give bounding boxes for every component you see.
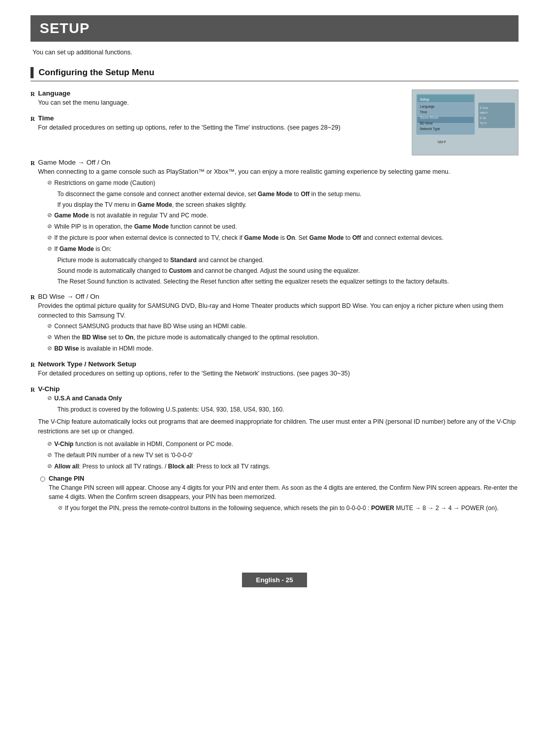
time-bullet: R [30, 114, 35, 123]
content-left: R Language You can set the menu language… [30, 89, 402, 155]
bd-note2-icon: ⊘ [47, 333, 52, 342]
bd-note1: Connect SAMSUNG products that have BD Wi… [54, 322, 518, 331]
network-desc: For detailed procedures on setting up op… [38, 369, 518, 379]
vchip-content: V-Chip ⊘ U.S.A and Canada Only This prod… [38, 385, 518, 517]
svg-text:Setup: Setup [420, 98, 429, 102]
vchip-note3: Allow all: Press to unlock all TV rating… [54, 462, 518, 471]
change-pin-note-icon: ⊘ [58, 503, 63, 513]
svg-text:Time: Time [420, 110, 428, 114]
change-pin-circle [40, 477, 45, 482]
game-mode-note2: While PIP is in operation, the Game Mode… [54, 222, 518, 231]
change-pin-desc: The Change PIN screen will appear. Choos… [49, 483, 518, 501]
svg-text:E·Zy: E·Zy [480, 116, 486, 119]
section-title: Configuring the Setup Menu [39, 68, 155, 78]
game-mode-item: R Game Mode → Off / On When connecting t… [30, 159, 518, 288]
tv-menu-image: Setup Language Time Game Mode BD Wise Ne… [412, 89, 518, 155]
game-mode-note1: Game Mode is not available in regular TV… [54, 211, 518, 220]
section-heading: Configuring the Setup Menu [30, 67, 518, 81]
game-mode-ifon-row: ⊘ If Game Mode is On: [47, 244, 518, 254]
ifon-line2: Sound mode is automatically changed to C… [57, 266, 518, 275]
bd-note2: When the BD Wise set to On, the picture … [54, 333, 518, 342]
ifon-icon: ⊘ [47, 244, 52, 254]
time-item: R Time For detailed procedures on settin… [30, 114, 402, 134]
vchip-note3-row: ⊘ Allow all: Press to unlock all TV rati… [47, 462, 518, 471]
vchip-bullet: R [30, 385, 35, 394]
content-with-image: R Language You can set the menu language… [30, 89, 518, 155]
language-content: Language You can set the menu language. [38, 89, 402, 109]
vchip-note1-row: ⊘ V-Chip function is not available in HD… [47, 439, 518, 449]
bd-note1-row: ⊘ Connect SAMSUNG products that have BD … [47, 322, 518, 331]
caution-label: Restrictions on game mode (Caution) [54, 178, 518, 187]
page-title: SETUP [40, 20, 509, 37]
game-mode-desc: When connecting to a game console such a… [38, 167, 518, 177]
usa-canada-label: U.S.A and Canada Only [54, 394, 518, 403]
svg-text:NM·P: NM·P [438, 140, 446, 144]
bd-wise-desc: Provides the optimal picture quality for… [38, 301, 518, 321]
game-mode-bullet: R [30, 159, 35, 168]
intro-text: You can set up additional functions. [33, 49, 518, 56]
vchip-title: V-Chip [38, 385, 518, 393]
svg-text:Yp 2↑: Yp 2↑ [480, 121, 487, 124]
bd-wise-bullet: R [30, 293, 35, 302]
game-mode-title: Game Mode → Off / On [38, 159, 518, 166]
caution-note2: If you display the TV menu in Game Mode,… [57, 200, 518, 209]
section-heading-bar [30, 67, 34, 78]
network-title: Network Type / Network Setup [38, 360, 518, 368]
network-item: R Network Type / Network Setup For detai… [30, 360, 518, 380]
change-pin-title: Change PIN [49, 475, 518, 482]
time-title: Time [38, 114, 402, 122]
game-mode-note3: If the picture is poor when external dev… [54, 233, 518, 242]
vchip-note1-icon: ⊘ [47, 439, 52, 449]
vchip-note2-icon: ⊘ [47, 451, 52, 460]
game-mode-note3-row: ⊘ If the picture is poor when external d… [47, 233, 518, 242]
change-pin-note-row: ⊘ If you forget the PIN, press the remot… [58, 503, 518, 513]
bd-wise-item: R BD Wise → Off / On Provides the optima… [30, 293, 518, 356]
vchip-note3-icon: ⊘ [47, 462, 52, 471]
bd-note1-icon: ⊘ [47, 322, 52, 331]
svg-text:NM·P: NM·P [480, 111, 487, 114]
vchip-note1: V-Chip function is not available in HDMI… [54, 439, 518, 449]
vchip-item: R V-Chip ⊘ U.S.A and Canada Only This pr… [30, 385, 518, 517]
note2-icon: ⊘ [47, 222, 52, 231]
usa-canada-row: ⊘ U.S.A and Canada Only [47, 394, 518, 403]
time-content: Time For detailed procedures on setting … [38, 114, 402, 134]
ifon-line3: The Reset Sound function is activated. S… [57, 277, 518, 286]
ifon-line1: Picture mode is automatically changed to… [57, 256, 518, 265]
svg-text:E·Zup: E·Zup [480, 106, 489, 109]
footer: English - 25 [30, 573, 518, 587]
language-title: Language [38, 89, 402, 97]
time-desc: For detailed procedures on setting up op… [38, 123, 402, 133]
vchip-note2: The default PIN number of a new TV set i… [54, 451, 518, 460]
game-mode-note2-row: ⊘ While PIP is in operation, the Game Mo… [47, 222, 518, 231]
caution-note1: To disconnect the game console and conne… [57, 190, 518, 199]
footer-badge: English - 25 [242, 573, 308, 587]
vchip-note2-row: ⊘ The default PIN number of a new TV set… [47, 451, 518, 460]
svg-text:Language: Language [420, 105, 435, 109]
note1-icon: ⊘ [47, 211, 52, 220]
caution-icon: ⊘ [47, 178, 52, 187]
language-bullet: R [30, 89, 35, 99]
svg-rect-9 [417, 117, 474, 123]
game-mode-content: Game Mode → Off / On When connecting to … [38, 159, 518, 288]
change-pin-row: Change PIN The Change PIN screen will ap… [40, 475, 518, 515]
bd-note3: BD Wise is available in HDMI mode. [54, 344, 518, 353]
game-mode-caution-row: ⊘ Restrictions on game mode (Caution) [47, 178, 518, 187]
svg-text:Network Type: Network Type [420, 127, 440, 131]
vchip-main-desc: The V-Chip feature automatically locks o… [38, 417, 518, 436]
bd-note2-row: ⊘ When the BD Wise set to On, the pictur… [47, 333, 518, 342]
bd-note3-row: ⊘ BD Wise is available in HDMI mode. [47, 344, 518, 353]
change-pin-content: Change PIN The Change PIN screen will ap… [49, 475, 518, 515]
game-mode-note1-row: ⊘ Game Mode is not available in regular … [47, 211, 518, 220]
note3-icon: ⊘ [47, 233, 52, 242]
bd-wise-content: BD Wise → Off / On Provides the optimal … [38, 293, 518, 356]
language-desc: You can set the menu language. [38, 98, 402, 108]
language-item: R Language You can set the menu language… [30, 89, 402, 109]
tv-menu-svg: Setup Language Time Game Mode BD Wise Ne… [412, 90, 518, 155]
game-mode-ifon: If Game Mode is On: [54, 244, 518, 254]
usa-canada-icon: ⊘ [47, 394, 52, 403]
network-bullet: R [30, 360, 35, 369]
bd-note3-icon: ⊘ [47, 344, 52, 353]
setup-title-box: SETUP [30, 15, 518, 42]
usa-canada-desc: This product is covered by the following… [57, 405, 518, 414]
change-pin-note: If you forget the PIN, press the remote-… [65, 503, 518, 513]
